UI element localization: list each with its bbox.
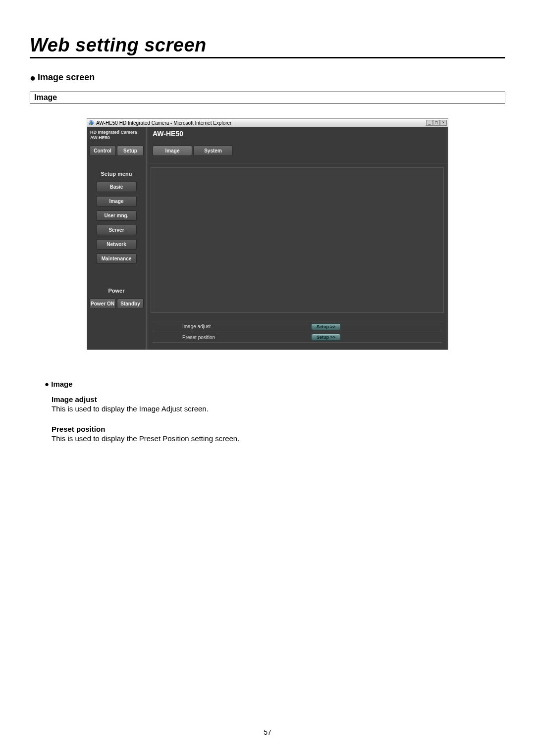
- main-pane-title: AW-HE50: [153, 130, 443, 138]
- label-image-adjust: Image adjust: [153, 324, 252, 329]
- page-title: Web setting screen: [30, 35, 505, 57]
- window-buttons: _ □ ×: [426, 120, 447, 126]
- sidebar: HD Integrated Camera AW-HE50 Control Set…: [87, 127, 147, 350]
- title-rule: [30, 57, 505, 58]
- description-block: ● Image Image adjust This is used to dis…: [45, 380, 505, 443]
- screenshot-window: AW-HE50 HD Integrated Camera - Microsoft…: [87, 118, 448, 350]
- main-pane: AW-HE50 Image System Image adjust Setup …: [147, 127, 448, 350]
- menu-network[interactable]: Network: [96, 239, 137, 250]
- setup-menu-header: Setup menu: [89, 171, 144, 177]
- power-header: Power: [89, 288, 144, 294]
- bullet-icon: ●: [30, 73, 36, 83]
- def-preset-position: This is used to display the Preset Posit…: [52, 434, 505, 443]
- label-preset-position: Preset position: [153, 335, 252, 340]
- ie-icon: [88, 120, 94, 126]
- term-preset-position: Preset position: [52, 425, 505, 433]
- content-area: [151, 167, 444, 313]
- main-tab-image[interactable]: Image: [153, 146, 192, 156]
- menu-maintenance[interactable]: Maintenance: [96, 253, 137, 264]
- main-tab-system[interactable]: System: [193, 146, 233, 156]
- section-heading-text: Image screen: [38, 72, 95, 83]
- term-image-adjust: Image adjust: [52, 395, 505, 403]
- page-number: 57: [0, 728, 535, 736]
- section-heading: ● Image screen: [30, 72, 505, 83]
- setup-button-image-adjust[interactable]: Setup >>: [311, 323, 341, 330]
- def-image-adjust: This is used to display the Image Adjust…: [52, 404, 505, 413]
- row-preset-position: Preset position Setup >>: [153, 332, 442, 343]
- window-title-text: AW-HE50 HD Integrated Camera - Microsoft…: [96, 120, 231, 126]
- menu-image[interactable]: Image: [96, 196, 137, 206]
- desc-heading-text: Image: [51, 380, 72, 388]
- row-image-adjust: Image adjust Setup >>: [153, 321, 442, 332]
- close-icon[interactable]: ×: [440, 120, 447, 126]
- desc-heading: ● Image: [45, 380, 505, 388]
- tab-setup[interactable]: Setup: [117, 146, 144, 156]
- setup-button-preset-position[interactable]: Setup >>: [311, 334, 341, 341]
- subsection-label: Image: [30, 92, 505, 103]
- device-label: HD Integrated Camera AW-HE50: [89, 129, 144, 146]
- power-on-button[interactable]: Power ON: [89, 299, 116, 309]
- maximize-icon[interactable]: □: [433, 120, 440, 126]
- minimize-icon[interactable]: _: [426, 120, 433, 126]
- menu-basic[interactable]: Basic: [96, 182, 137, 192]
- menu-user-mng[interactable]: User mng.: [96, 210, 137, 221]
- tab-control[interactable]: Control: [89, 146, 116, 156]
- menu-server[interactable]: Server: [96, 225, 137, 235]
- standby-button[interactable]: Standby: [117, 299, 144, 309]
- window-titlebar: AW-HE50 HD Integrated Camera - Microsoft…: [87, 119, 448, 127]
